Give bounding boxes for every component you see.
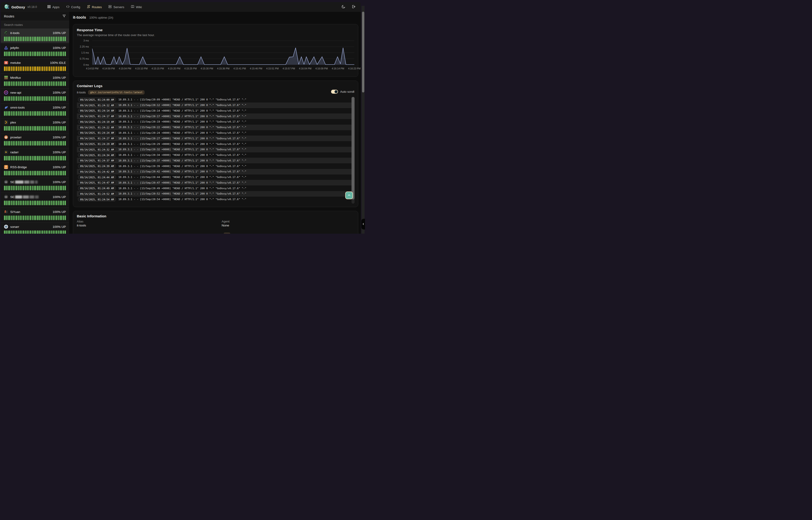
uptime-bar bbox=[15, 171, 16, 176]
info-value: it-tools bbox=[77, 224, 86, 227]
uptime-bar bbox=[15, 156, 16, 160]
route-item-miniflux[interactable]: Miniflux 100% UP bbox=[1, 73, 69, 87]
uptime-bar bbox=[35, 215, 36, 220]
nav-item-routes[interactable]: Routes bbox=[87, 5, 102, 9]
redacted-name-block bbox=[30, 196, 34, 199]
uptime-bar bbox=[53, 141, 54, 146]
theme-toggle-button[interactable] bbox=[341, 5, 345, 9]
uptime-bar bbox=[48, 96, 49, 101]
y-tick-label: 0.75 ms bbox=[80, 57, 89, 60]
uptime-bar bbox=[54, 215, 56, 220]
page-scrollbar[interactable] bbox=[362, 6, 365, 234]
scroll-to-top-button[interactable] bbox=[345, 191, 353, 199]
route-item-omni-tools[interactable]: omni-tools 100% UP bbox=[1, 103, 69, 118]
uptime-bar bbox=[27, 141, 28, 146]
code-brackets-icon bbox=[66, 5, 69, 9]
brand-group[interactable]: GoDoxy v0.18.0 bbox=[4, 4, 37, 10]
uptime-label: 100% uptime (1h) bbox=[89, 16, 113, 19]
logout-button[interactable] bbox=[352, 5, 356, 9]
route-item-rss-bridge[interactable]: rssBridge RSS-Bridge 100% UP bbox=[1, 163, 69, 177]
route-row: radarr 100% UP bbox=[4, 150, 66, 155]
info-label: Alias bbox=[77, 220, 86, 223]
uptime-bar bbox=[39, 36, 40, 41]
log-timestamp-badge: 09/14/2025, 01:24:22 AM bbox=[78, 125, 116, 129]
uptime-bar bbox=[28, 186, 30, 190]
nav-item-config[interactable]: Config bbox=[66, 5, 80, 9]
uptime-bar bbox=[27, 96, 28, 101]
godoxy-app: GoDoxy v0.18.0 Apps Config Routes Server… bbox=[0, 0, 365, 234]
nav-item-wiki[interactable]: Wiki bbox=[131, 5, 142, 9]
route-status: 100% UP bbox=[53, 225, 66, 229]
log-row: 09/14/2025, 01:24:47 AM 10.89.3.1 - - [1… bbox=[77, 180, 352, 185]
route-name: omni-tools bbox=[10, 106, 25, 109]
nav-item-apps[interactable]: Apps bbox=[47, 5, 60, 9]
uptime-bar bbox=[27, 215, 28, 220]
uptime-bar bbox=[35, 36, 36, 41]
uptime-bar bbox=[7, 126, 9, 131]
route-item-se-redacted-1[interactable]: SE SE 100% UP bbox=[1, 178, 69, 192]
auto-scroll-label: Auto scroll bbox=[340, 90, 354, 94]
uptime-bar bbox=[25, 51, 26, 56]
route-row: SE SE 100% UP bbox=[4, 194, 66, 200]
uptime-bar bbox=[23, 81, 24, 86]
uptime-bar bbox=[6, 230, 7, 234]
uptime-bar bbox=[60, 156, 61, 160]
route-item-metube[interactable]: metube 100% IDLE bbox=[1, 58, 69, 73]
uptime-bar bbox=[39, 156, 40, 160]
uptime-bar bbox=[30, 111, 31, 116]
route-row: omni-tools 100% UP bbox=[4, 105, 66, 110]
svg-text:SE: SE bbox=[5, 181, 7, 183]
uptime-bar bbox=[44, 51, 45, 56]
route-item-prowlarr[interactable]: prowlarr 100% UP bbox=[1, 133, 69, 147]
uptime-bar bbox=[46, 51, 47, 56]
filter-button[interactable] bbox=[62, 14, 66, 19]
route-item-se-redacted-2[interactable]: SE SE 100% UP bbox=[1, 192, 69, 207]
log-timestamp-badge: 09/14/2025, 01:24:12 AM bbox=[78, 103, 116, 107]
uptime-bar bbox=[30, 126, 31, 131]
route-item-it-tools[interactable]: it-tools 100% UP bbox=[1, 29, 69, 43]
route-item-plex[interactable]: plex 100% UP bbox=[1, 118, 69, 132]
uptime-bar bbox=[53, 67, 54, 71]
uptime-bar bbox=[27, 201, 28, 205]
uptime-bar bbox=[60, 81, 61, 86]
uptime-bar bbox=[9, 111, 10, 116]
uptime-bars bbox=[4, 51, 66, 56]
route-item-siyuan[interactable]: SiYuan 100% UP bbox=[1, 207, 69, 222]
uptime-bar bbox=[33, 126, 35, 131]
uptime-bar bbox=[23, 126, 24, 131]
logs-scrollbar[interactable] bbox=[352, 97, 355, 204]
route-item-radarr[interactable]: radarr 100% UP bbox=[1, 148, 69, 162]
uptime-bar bbox=[28, 36, 30, 41]
route-item-new-api[interactable]: new-api 100% UP bbox=[1, 88, 69, 103]
uptime-bar bbox=[12, 141, 14, 146]
auto-scroll-control[interactable]: Auto scroll bbox=[331, 90, 354, 94]
uptime-bar bbox=[44, 67, 45, 71]
uptime-bar bbox=[32, 230, 33, 234]
route-status: 100% UP bbox=[53, 136, 66, 139]
uptime-bar bbox=[20, 36, 21, 41]
search-routes-input[interactable] bbox=[1, 23, 69, 27]
uptime-bar bbox=[48, 126, 49, 131]
uptime-bar bbox=[30, 96, 31, 101]
uptime-bar bbox=[58, 126, 59, 131]
uptime-bar bbox=[30, 201, 31, 205]
uptime-bar bbox=[56, 156, 57, 160]
uptime-bar bbox=[61, 186, 62, 190]
route-item-jellyfin[interactable]: jellyfin 100% UP bbox=[1, 43, 69, 58]
auto-scroll-toggle[interactable] bbox=[331, 90, 338, 94]
collapse-panel-tab[interactable] bbox=[361, 219, 365, 230]
uptime-bar bbox=[48, 230, 49, 234]
uptime-bar bbox=[16, 186, 17, 190]
uptime-bars bbox=[4, 201, 66, 205]
uptime-bar bbox=[16, 141, 17, 146]
uptime-bar bbox=[60, 96, 61, 101]
logs-scrollbar-thumb[interactable] bbox=[352, 97, 355, 200]
route-item-sonarr[interactable]: sonarr 100% UP bbox=[1, 222, 69, 234]
uptime-bar bbox=[49, 201, 50, 205]
uptime-bar bbox=[56, 201, 57, 205]
page-scrollbar-thumb[interactable] bbox=[362, 11, 364, 93]
route-name: sonarr bbox=[10, 225, 19, 229]
nav-item-servers[interactable]: Servers bbox=[108, 5, 124, 9]
x-tick-label: 4:16:04 PM bbox=[299, 67, 311, 70]
uptime-bar bbox=[25, 141, 26, 146]
